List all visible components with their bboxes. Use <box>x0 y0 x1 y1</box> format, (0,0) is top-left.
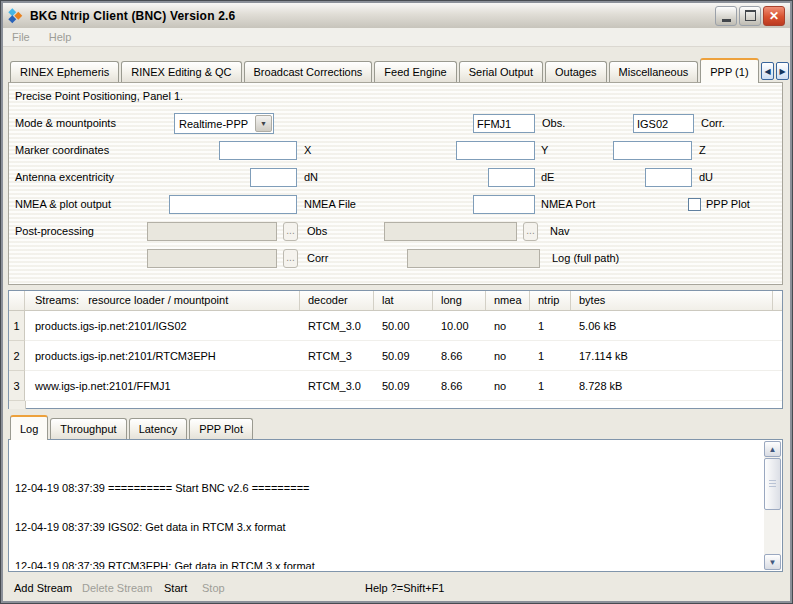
tab-ppp-plot[interactable]: PPP Plot <box>189 418 253 439</box>
tab-log[interactable]: Log <box>10 415 48 440</box>
tab-outages[interactable]: Outages <box>545 61 607 82</box>
tab-miscellaneous[interactable]: Miscellaneous <box>609 61 699 82</box>
delete-stream-button: Delete Stream <box>82 582 152 594</box>
postproc-corr-browse-button: ... <box>283 249 298 268</box>
chevron-down-icon[interactable]: ▼ <box>255 115 272 132</box>
log-line: 12-04-19 08:37:39 IGS02: Get data in RTC… <box>15 521 760 534</box>
cell-nmea: no <box>486 371 530 401</box>
tab-ppp-1[interactable]: PPP (1) <box>700 58 758 83</box>
mode-combobox[interactable]: Realtime-PPP ▼ <box>174 113 274 134</box>
cell-ntrip: 1 <box>530 311 571 341</box>
window-title: BKG Ntrip Client (BNC) Version 2.6 <box>30 9 236 23</box>
table-row[interactable]: 1 products.igs-ip.net:2101/IGS02 RTCM_3.… <box>9 311 782 341</box>
row-number: 2 <box>9 341 25 371</box>
add-stream-button[interactable]: Add Stream <box>14 582 72 594</box>
tab-rinex-editing-qc[interactable]: RINEX Editing & QC <box>121 61 241 82</box>
obs-mountpoint-input[interactable] <box>473 114 535 133</box>
header-lat: lat <box>374 291 433 310</box>
tab-broadcast-corrections[interactable]: Broadcast Corrections <box>244 61 373 82</box>
help-shortcut-label[interactable]: Help ?=Shift+F1 <box>365 582 445 594</box>
nmea-port-label: NMEA Port <box>541 195 595 214</box>
corr-label: Corr. <box>701 114 725 133</box>
antenna-de-input[interactable] <box>488 168 535 187</box>
header-spacer <box>773 291 782 310</box>
header-decoder: decoder <box>300 291 374 310</box>
close-button[interactable]: ✕ <box>763 6 785 26</box>
close-icon: ✕ <box>769 9 779 23</box>
cell-ntrip: 1 <box>530 371 571 401</box>
nmea-plot-output-label: NMEA & plot output <box>15 195 111 214</box>
start-button[interactable]: Start <box>164 582 187 594</box>
marker-y-input[interactable] <box>456 141 535 160</box>
postproc-log-input <box>407 249 540 268</box>
cell-lat: 50.09 <box>374 341 433 371</box>
ppp-panel: Precise Point Positioning, Panel 1. Mode… <box>8 82 783 285</box>
panel-caption: Precise Point Positioning, Panel 1. <box>15 87 183 106</box>
tab-scroll-left-button[interactable]: ◀ <box>761 62 774 80</box>
minimize-icon <box>722 19 731 22</box>
header-corner-cell <box>9 291 25 310</box>
menu-file: File <box>12 31 30 43</box>
mode-mountpoints-label: Mode & mountpoints <box>15 114 116 133</box>
antenna-du-input[interactable] <box>645 168 692 187</box>
minimize-button[interactable] <box>715 6 737 26</box>
corr-mountpoint-input[interactable] <box>633 114 694 133</box>
cell-spacer <box>773 341 782 371</box>
nmea-port-input[interactable] <box>473 195 535 214</box>
tab-throughput[interactable]: Throughput <box>50 418 126 439</box>
bnc-window: BKG Ntrip Client (BNC) Version 2.6 ✕ Fil… <box>0 0 793 604</box>
tab-serial-output[interactable]: Serial Output <box>459 61 543 82</box>
cell-decoder: RTCM_3 <box>300 341 374 371</box>
cell-lat: 50.00 <box>374 311 433 341</box>
postproc-obs-browse-button: ... <box>283 222 298 241</box>
table-row[interactable]: 2 products.igs-ip.net:2101/RTCM3EPH RTCM… <box>9 341 782 371</box>
stop-button: Stop <box>202 582 225 594</box>
log-line: 12-04-19 08:37:39 ========== Start BNC v… <box>15 482 760 495</box>
cell-nmea: no <box>486 311 530 341</box>
streams-table-header: Streams: resource loader / mountpoint de… <box>9 291 782 311</box>
marker-z-input[interactable] <box>613 141 692 160</box>
log-scrollbar[interactable]: ▲ ▼ <box>764 441 781 570</box>
postproc-nav-input <box>384 222 517 241</box>
scrollbar-thumb[interactable] <box>764 458 781 510</box>
scroll-up-button[interactable]: ▲ <box>764 441 781 457</box>
maximize-button[interactable] <box>739 6 761 26</box>
main-tab-bar: RINEX Ephemeris RINEX Editing & QC Broad… <box>10 58 761 83</box>
marker-x-input[interactable] <box>219 141 297 160</box>
cell-mountpoint: products.igs-ip.net:2101/IGS02 <box>25 311 300 341</box>
marker-z-label: Z <box>699 141 706 160</box>
row-header-filler <box>9 401 26 409</box>
arrow-down-icon: ▼ <box>769 558 777 567</box>
header-nmea: nmea <box>486 291 530 310</box>
tab-latency[interactable]: Latency <box>129 418 188 439</box>
cell-mountpoint: www.igs-ip.net:2101/FFMJ1 <box>25 371 300 401</box>
cell-long: 8.66 <box>433 341 486 371</box>
tab-rinex-ephemeris[interactable]: RINEX Ephemeris <box>10 61 119 82</box>
cell-long: 10.00 <box>433 311 486 341</box>
ppp-plot-label: PPP Plot <box>706 195 750 214</box>
cell-spacer <box>773 311 782 341</box>
maximize-icon <box>745 10 756 21</box>
arrow-up-icon: ▲ <box>769 445 777 454</box>
arrow-right-icon: ▶ <box>779 67 785 76</box>
postproc-nav-browse-button: ... <box>523 222 538 241</box>
nmea-file-label: NMEA File <box>304 195 356 214</box>
log-text[interactable]: 12-04-19 08:37:39 ========== Start BNC v… <box>15 456 760 569</box>
antenna-dn-input[interactable] <box>250 168 297 187</box>
ppp-plot-checkbox[interactable] <box>688 198 701 211</box>
cell-spacer <box>773 371 782 401</box>
row-number: 1 <box>9 311 25 341</box>
antenna-excentricity-label: Antenna excentricity <box>15 168 114 187</box>
title-bar[interactable]: BKG Ntrip Client (BNC) Version 2.6 ✕ <box>3 3 790 29</box>
cell-bytes: 5.06 kB <box>571 311 773 341</box>
tab-feed-engine[interactable]: Feed Engine <box>374 61 456 82</box>
marker-x-label: X <box>304 141 311 160</box>
tab-scroll-right-button[interactable]: ▶ <box>776 62 789 80</box>
postproc-nav-label: Nav <box>550 222 570 241</box>
post-processing-label: Post-processing <box>15 222 94 241</box>
table-row[interactable]: 3 www.igs-ip.net:2101/FFMJ1 RTCM_3.0 50.… <box>9 371 782 401</box>
scroll-down-button[interactable]: ▼ <box>764 554 781 570</box>
nmea-file-input[interactable] <box>169 195 297 214</box>
thumb-grip-icon <box>769 480 776 487</box>
app-icon <box>8 8 24 24</box>
